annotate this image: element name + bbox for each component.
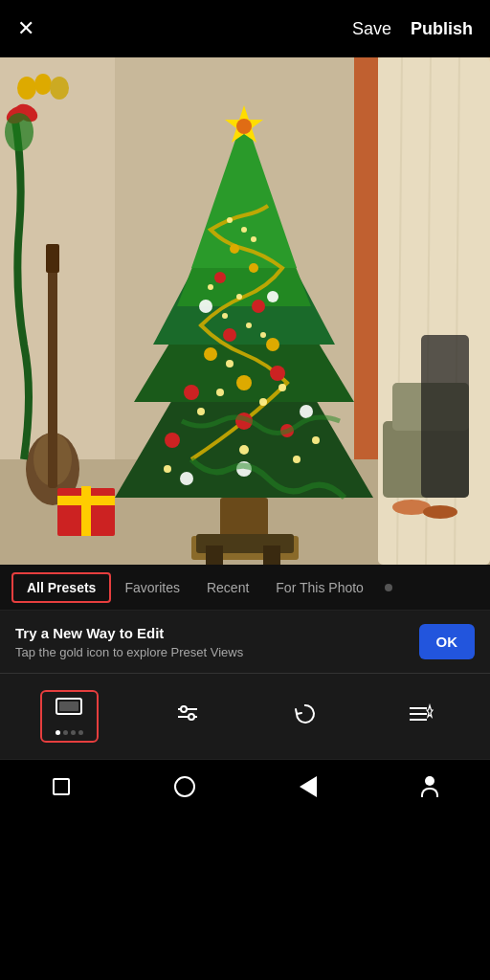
svg-point-69: [50, 77, 69, 100]
svg-point-57: [241, 227, 247, 233]
toolbar-selective[interactable]: [392, 696, 450, 738]
header-actions: Save Publish: [352, 19, 473, 39]
tab-all-presets[interactable]: All Presets: [11, 572, 111, 603]
svg-point-30: [223, 328, 236, 342]
nav-capture-button[interactable]: [174, 776, 195, 797]
nav-back-button[interactable]: [300, 776, 317, 797]
presets-dots: [56, 730, 83, 735]
svg-point-49: [259, 398, 267, 406]
tab-recent[interactable]: Recent: [193, 574, 262, 601]
svg-marker-84: [427, 705, 433, 717]
svg-point-42: [267, 291, 278, 302]
svg-point-45: [180, 472, 193, 485]
toolbar-presets[interactable]: [40, 690, 99, 743]
svg-rect-14: [81, 486, 91, 536]
bottom-toolbar: [0, 673, 490, 759]
tab-favorites[interactable]: Favorites: [111, 574, 193, 601]
svg-point-36: [204, 347, 217, 361]
svg-point-58: [227, 217, 233, 223]
header: ✕ Save Publish: [0, 0, 490, 57]
svg-rect-73: [206, 546, 223, 565]
dot-4: [78, 730, 83, 735]
svg-point-31: [252, 300, 265, 313]
svg-point-47: [216, 389, 224, 396]
photo-area: [0, 57, 490, 565]
svg-point-40: [249, 263, 258, 273]
svg-point-37: [266, 338, 279, 351]
svg-point-60: [293, 456, 301, 463]
svg-rect-11: [48, 249, 57, 488]
nav-profile-button[interactable]: [421, 776, 438, 797]
svg-point-32: [214, 272, 226, 283]
person-body-icon: [421, 788, 438, 797]
svg-rect-12: [46, 244, 59, 273]
toolbar-adjustments[interactable]: [159, 696, 216, 738]
toolbar-history[interactable]: [277, 694, 332, 740]
presets-icon: [56, 698, 82, 724]
history-icon: [292, 702, 317, 732]
svg-point-59: [251, 236, 256, 242]
info-title: Try a New Way to Edit: [15, 625, 408, 641]
ok-button[interactable]: OK: [419, 624, 476, 659]
info-subtitle: Tap the gold icon to explore Preset View…: [15, 645, 408, 659]
tab-for-this-photo[interactable]: For This Photo: [262, 574, 377, 601]
adjustments-icon: [174, 703, 201, 730]
svg-rect-74: [263, 546, 280, 565]
svg-point-53: [222, 313, 228, 319]
svg-point-48: [239, 445, 249, 455]
dot-1: [56, 730, 60, 735]
svg-point-56: [208, 284, 213, 290]
nav-home-button[interactable]: [53, 778, 70, 795]
svg-point-78: [181, 706, 187, 712]
person-head-icon: [425, 776, 434, 786]
selective-icon: [408, 703, 434, 730]
svg-point-52: [246, 323, 252, 328]
svg-point-29: [270, 366, 285, 381]
publish-button[interactable]: Publish: [411, 19, 473, 39]
svg-rect-71: [421, 335, 469, 498]
svg-point-19: [423, 505, 457, 519]
svg-point-50: [278, 384, 286, 391]
svg-point-66: [5, 113, 33, 151]
svg-rect-76: [59, 702, 78, 711]
svg-point-67: [17, 77, 36, 100]
svg-point-41: [199, 300, 212, 313]
dot-3: [71, 730, 76, 735]
save-button[interactable]: Save: [352, 19, 391, 39]
svg-point-35: [165, 433, 180, 448]
info-banner: Try a New Way to Edit Tap the gold icon …: [0, 611, 490, 673]
svg-point-51: [226, 360, 234, 368]
more-tabs-indicator: [385, 584, 392, 591]
svg-point-38: [236, 375, 252, 390]
svg-point-68: [34, 74, 52, 95]
close-button[interactable]: ✕: [17, 16, 34, 41]
bottom-nav: [0, 759, 490, 813]
info-text: Try a New Way to Edit Tap the gold icon …: [15, 625, 408, 659]
svg-point-39: [230, 244, 239, 254]
svg-rect-15: [57, 496, 115, 505]
svg-point-61: [312, 436, 320, 444]
svg-point-70: [236, 119, 252, 134]
svg-point-28: [184, 385, 199, 400]
svg-point-46: [197, 408, 205, 415]
preset-tabs: All Presets Favorites Recent For This Ph…: [0, 565, 490, 611]
svg-point-54: [260, 332, 266, 338]
svg-point-62: [164, 465, 171, 473]
svg-point-55: [236, 294, 242, 300]
svg-point-80: [189, 714, 194, 720]
dot-2: [63, 730, 68, 735]
